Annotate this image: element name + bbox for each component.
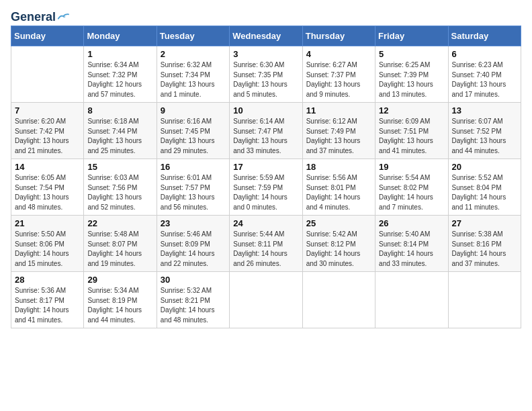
calendar-cell: 22Sunrise: 5:48 AMSunset: 8:07 PMDayligh… [84, 216, 157, 272]
day-info: Sunrise: 5:50 AMSunset: 8:06 PMDaylight:… [15, 230, 80, 269]
day-info: Sunrise: 6:30 AMSunset: 7:35 PMDaylight:… [233, 60, 298, 99]
calendar-cell: 16Sunrise: 6:01 AMSunset: 7:57 PMDayligh… [157, 159, 229, 216]
calendar-cell: 19Sunrise: 5:54 AMSunset: 8:02 PMDayligh… [375, 159, 448, 216]
day-info: Sunrise: 6:03 AMSunset: 7:56 PMDaylight:… [87, 173, 152, 212]
day-number: 6 [452, 49, 517, 59]
week-row-3: 14Sunrise: 6:05 AMSunset: 7:54 PMDayligh… [11, 159, 521, 216]
day-info: Sunrise: 5:44 AMSunset: 8:11 PMDaylight:… [233, 230, 298, 269]
day-info: Sunrise: 6:27 AMSunset: 7:37 PMDaylight:… [306, 60, 371, 99]
day-info: Sunrise: 6:32 AMSunset: 7:34 PMDaylight:… [161, 60, 226, 99]
day-number: 7 [15, 105, 80, 116]
calendar-cell: 14Sunrise: 6:05 AMSunset: 7:54 PMDayligh… [11, 159, 84, 216]
day-info: Sunrise: 6:20 AMSunset: 7:42 PMDaylight:… [15, 117, 80, 156]
calendar-cell: 11Sunrise: 6:12 AMSunset: 7:49 PMDayligh… [302, 103, 375, 159]
day-info: Sunrise: 6:16 AMSunset: 7:45 PMDaylight:… [161, 117, 226, 156]
calendar-cell: 6Sunrise: 6:23 AMSunset: 7:40 PMDaylight… [448, 46, 521, 103]
day-number: 3 [233, 49, 298, 59]
column-headers: SundayMondayTuesdayWednesdayThursdayFrid… [11, 26, 521, 46]
calendar-cell: 5Sunrise: 6:25 AMSunset: 7:39 PMDaylight… [375, 46, 448, 103]
calendar-cell: 15Sunrise: 6:03 AMSunset: 7:56 PMDayligh… [84, 159, 157, 216]
day-info: Sunrise: 5:48 AMSunset: 8:07 PMDaylight:… [87, 230, 152, 269]
day-number: 25 [306, 218, 371, 228]
day-info: Sunrise: 6:05 AMSunset: 7:54 PMDaylight:… [15, 173, 80, 212]
day-number: 5 [379, 49, 444, 59]
col-header-thursday: Thursday [302, 26, 375, 46]
calendar-cell: 27Sunrise: 5:38 AMSunset: 8:16 PMDayligh… [448, 216, 521, 272]
calendar-cell: 17Sunrise: 5:59 AMSunset: 7:59 PMDayligh… [230, 159, 302, 216]
calendar-cell [11, 46, 84, 103]
day-info: Sunrise: 6:09 AMSunset: 7:51 PMDaylight:… [379, 117, 444, 156]
col-header-saturday: Saturday [448, 26, 521, 46]
day-number: 28 [15, 275, 80, 285]
day-number: 22 [87, 218, 152, 228]
calendar-cell: 30Sunrise: 5:32 AMSunset: 8:21 PMDayligh… [157, 272, 229, 328]
calendar-cell [230, 272, 302, 328]
day-info: Sunrise: 6:07 AMSunset: 7:52 PMDaylight:… [452, 117, 517, 156]
calendar-cell: 12Sunrise: 6:09 AMSunset: 7:51 PMDayligh… [375, 103, 448, 159]
logo: General [11, 11, 69, 21]
calendar-cell [302, 272, 375, 328]
logo-bird-icon [57, 12, 69, 21]
day-info: Sunrise: 6:14 AMSunset: 7:47 PMDaylight:… [233, 117, 298, 156]
calendar-cell: 2Sunrise: 6:32 AMSunset: 7:34 PMDaylight… [157, 46, 229, 103]
calendar-cell: 8Sunrise: 6:18 AMSunset: 7:44 PMDaylight… [84, 103, 157, 159]
day-info: Sunrise: 5:34 AMSunset: 8:19 PMDaylight:… [87, 286, 152, 325]
day-number: 26 [379, 218, 444, 228]
calendar-cell: 9Sunrise: 6:16 AMSunset: 7:45 PMDaylight… [157, 103, 229, 159]
calendar-cell: 28Sunrise: 5:36 AMSunset: 8:17 PMDayligh… [11, 272, 84, 328]
day-number: 30 [161, 275, 226, 285]
day-info: Sunrise: 5:46 AMSunset: 8:09 PMDaylight:… [161, 230, 226, 269]
day-info: Sunrise: 5:36 AMSunset: 8:17 PMDaylight:… [15, 286, 80, 325]
day-number: 14 [15, 162, 80, 172]
day-number: 20 [452, 162, 517, 172]
day-number: 9 [161, 105, 226, 116]
calendar-cell: 23Sunrise: 5:46 AMSunset: 8:09 PMDayligh… [157, 216, 229, 272]
col-header-tuesday: Tuesday [157, 26, 229, 46]
header: General [11, 11, 521, 21]
calendar-cell: 20Sunrise: 5:52 AMSunset: 8:04 PMDayligh… [448, 159, 521, 216]
week-row-2: 7Sunrise: 6:20 AMSunset: 7:42 PMDaylight… [11, 103, 521, 159]
calendar-cell [375, 272, 448, 328]
calendar-cell [448, 272, 521, 328]
day-number: 17 [233, 162, 298, 172]
calendar-cell: 7Sunrise: 6:20 AMSunset: 7:42 PMDaylight… [11, 103, 84, 159]
calendar-cell: 4Sunrise: 6:27 AMSunset: 7:37 PMDaylight… [302, 46, 375, 103]
day-number: 1 [87, 49, 152, 59]
col-header-sunday: Sunday [11, 26, 84, 46]
calendar-cell: 1Sunrise: 6:34 AMSunset: 7:32 PMDaylight… [84, 46, 157, 103]
day-info: Sunrise: 5:52 AMSunset: 8:04 PMDaylight:… [452, 173, 517, 212]
calendar-cell: 25Sunrise: 5:42 AMSunset: 8:12 PMDayligh… [302, 216, 375, 272]
day-number: 8 [87, 105, 152, 116]
day-info: Sunrise: 5:59 AMSunset: 7:59 PMDaylight:… [233, 173, 298, 212]
day-info: Sunrise: 5:42 AMSunset: 8:12 PMDaylight:… [306, 230, 371, 269]
day-number: 12 [379, 105, 444, 116]
col-header-friday: Friday [375, 26, 448, 46]
day-number: 29 [87, 275, 152, 285]
calendar-cell: 29Sunrise: 5:34 AMSunset: 8:19 PMDayligh… [84, 272, 157, 328]
day-info: Sunrise: 5:40 AMSunset: 8:14 PMDaylight:… [379, 230, 444, 269]
calendar-cell: 10Sunrise: 6:14 AMSunset: 7:47 PMDayligh… [230, 103, 302, 159]
day-number: 24 [233, 218, 298, 228]
day-info: Sunrise: 6:23 AMSunset: 7:40 PMDaylight:… [452, 60, 517, 99]
day-number: 21 [15, 218, 80, 228]
day-number: 10 [233, 105, 298, 116]
day-info: Sunrise: 6:18 AMSunset: 7:44 PMDaylight:… [87, 117, 152, 156]
day-number: 18 [306, 162, 371, 172]
col-header-wednesday: Wednesday [230, 26, 302, 46]
day-info: Sunrise: 5:54 AMSunset: 8:02 PMDaylight:… [379, 173, 444, 212]
calendar-cell: 3Sunrise: 6:30 AMSunset: 7:35 PMDaylight… [230, 46, 302, 103]
col-header-monday: Monday [84, 26, 157, 46]
day-number: 2 [161, 49, 226, 59]
day-info: Sunrise: 6:34 AMSunset: 7:32 PMDaylight:… [87, 60, 152, 99]
day-info: Sunrise: 6:01 AMSunset: 7:57 PMDaylight:… [161, 173, 226, 212]
day-number: 11 [306, 105, 371, 116]
calendar-table: SundayMondayTuesdayWednesdayThursdayFrid… [11, 26, 521, 328]
day-info: Sunrise: 5:32 AMSunset: 8:21 PMDaylight:… [161, 286, 226, 325]
calendar-cell: 18Sunrise: 5:56 AMSunset: 8:01 PMDayligh… [302, 159, 375, 216]
day-number: 23 [161, 218, 226, 228]
week-row-1: 1Sunrise: 6:34 AMSunset: 7:32 PMDaylight… [11, 46, 521, 103]
logo-text-general: General [11, 11, 56, 23]
day-number: 4 [306, 49, 371, 59]
calendar-cell: 21Sunrise: 5:50 AMSunset: 8:06 PMDayligh… [11, 216, 84, 272]
day-number: 16 [161, 162, 226, 172]
